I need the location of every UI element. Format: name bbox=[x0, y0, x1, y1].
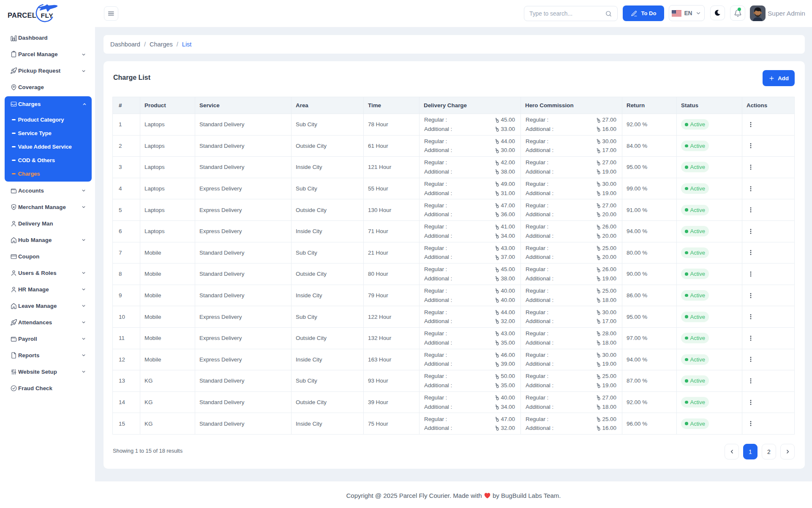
svg-text:PARCEL: PARCEL bbox=[8, 11, 36, 19]
svg-text:FLY: FLY bbox=[41, 12, 54, 19]
